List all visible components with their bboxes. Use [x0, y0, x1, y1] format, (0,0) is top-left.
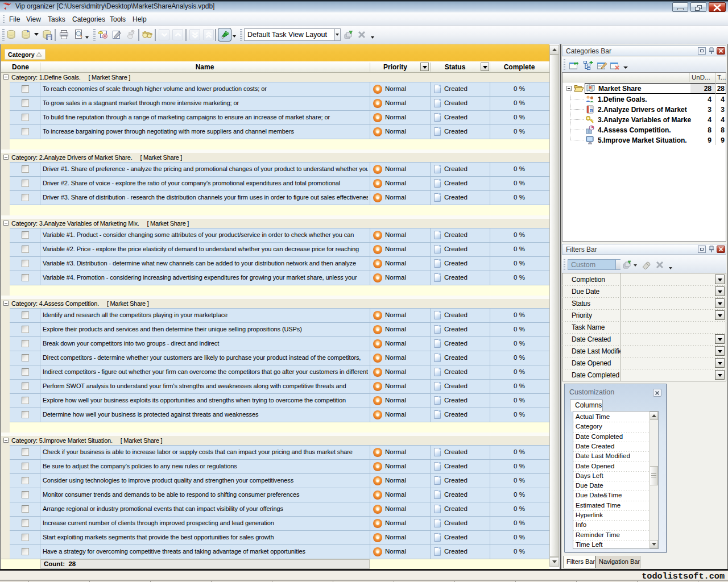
- svg-text:5: 5: [590, 109, 592, 113]
